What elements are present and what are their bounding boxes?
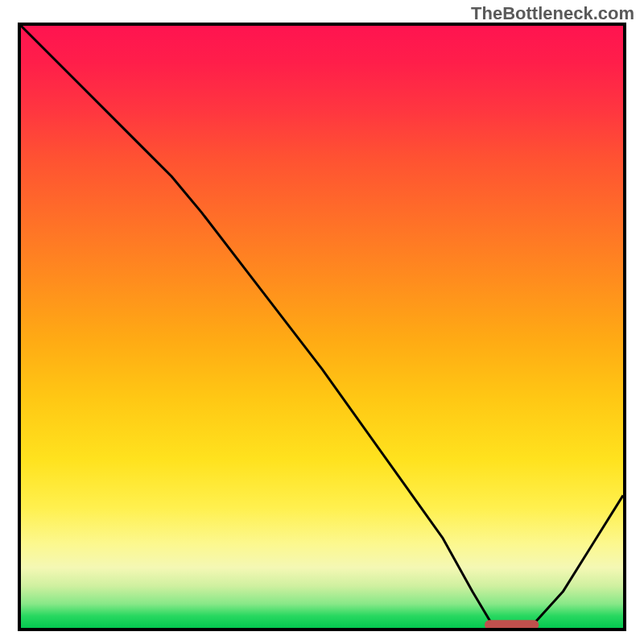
watermark-text: TheBottleneck.com [471,3,634,24]
chart-container: TheBottleneck.com [0,0,644,644]
plot-frame [18,23,626,631]
gradient-background [21,26,623,628]
